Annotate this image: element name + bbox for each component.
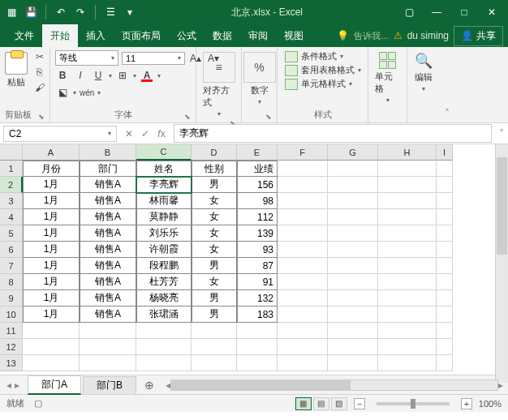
view-normal-icon[interactable]: ▦ (295, 397, 312, 410)
touch-mode-icon[interactable]: ☰ (104, 6, 117, 19)
cell[interactable]: 女 (192, 193, 237, 209)
cell[interactable] (192, 323, 237, 339)
tab-insert[interactable]: 插入 (78, 24, 114, 47)
cell[interactable]: 许朝霞 (136, 242, 192, 258)
cell[interactable] (328, 242, 378, 258)
tab-file[interactable]: 文件 (6, 24, 42, 47)
cell[interactable]: 1月 (23, 258, 80, 274)
cell[interactable] (278, 323, 328, 339)
cell[interactable] (378, 355, 437, 371)
cell[interactable]: 1月 (23, 274, 80, 290)
col-header[interactable]: G (328, 144, 378, 161)
row-header[interactable]: 6 (0, 242, 23, 258)
copy-icon[interactable]: ⎘ (32, 66, 47, 79)
cell[interactable]: 杨晓亮 (136, 290, 192, 306)
cell[interactable] (378, 323, 437, 339)
phonetic-button[interactable]: wén (80, 85, 94, 100)
conditional-format-button[interactable]: 条件格式▾ (285, 50, 361, 62)
row-header[interactable]: 7 (0, 258, 23, 274)
cell[interactable] (23, 323, 80, 339)
cell[interactable] (192, 355, 237, 371)
col-header[interactable]: C (136, 144, 192, 161)
cell[interactable]: 男 (192, 306, 237, 323)
cell[interactable] (328, 225, 378, 242)
cell[interactable]: 部门 (80, 161, 136, 177)
cell[interactable] (437, 225, 453, 242)
cell[interactable] (278, 225, 328, 242)
cell[interactable] (437, 306, 453, 323)
cell[interactable] (192, 339, 237, 355)
cell[interactable] (328, 274, 378, 290)
row-header[interactable]: 4 (0, 209, 23, 225)
cell[interactable] (328, 339, 378, 355)
cell[interactable]: 月份 (23, 161, 80, 177)
cell[interactable] (378, 339, 437, 355)
cell[interactable]: 林雨馨 (136, 193, 192, 209)
col-header[interactable]: B (80, 144, 136, 161)
fill-color-button[interactable]: ⬕ (55, 85, 70, 100)
cell[interactable] (328, 290, 378, 306)
redo-icon[interactable]: ↷ (74, 6, 87, 19)
tab-data[interactable]: 数据 (204, 24, 240, 47)
cell[interactable] (378, 242, 437, 258)
tab-review[interactable]: 审阅 (240, 24, 276, 47)
cell[interactable]: 男 (192, 177, 237, 193)
horizontal-scrollbar[interactable] (170, 379, 498, 391)
fx-icon[interactable]: fx (154, 126, 169, 141)
select-all-corner[interactable] (0, 144, 23, 161)
row-header[interactable]: 5 (0, 225, 23, 242)
expand-formula-icon[interactable]: ˅ (495, 128, 508, 139)
cell[interactable] (437, 161, 453, 177)
cell-style-button[interactable]: 单元格样式▾ (285, 78, 361, 90)
cell[interactable] (437, 177, 453, 193)
minimize-icon[interactable]: — (425, 2, 448, 22)
clipboard-expand-icon[interactable]: ⬊ (38, 113, 45, 121)
cell[interactable]: 1月 (23, 225, 80, 242)
cell[interactable] (278, 193, 328, 209)
border-button[interactable]: ⊞ (115, 68, 130, 83)
cell[interactable] (328, 323, 378, 339)
vertical-scrollbar[interactable] (495, 144, 508, 383)
cell[interactable]: 男 (192, 258, 237, 274)
cell[interactable]: 销售A (80, 258, 136, 274)
zoom-out-button[interactable]: − (354, 398, 365, 409)
cell[interactable] (278, 209, 328, 225)
col-header[interactable]: F (278, 144, 328, 161)
view-page-layout-icon[interactable]: ▤ (313, 397, 329, 410)
cell[interactable]: 女 (192, 209, 237, 225)
cell[interactable]: 段程鹏 (136, 258, 192, 274)
font-size-select[interactable]: 11▾ (122, 52, 185, 65)
cell[interactable]: 姓名 (136, 161, 192, 177)
cell[interactable]: 1月 (23, 242, 80, 258)
cell[interactable] (437, 274, 453, 290)
qat-more-icon[interactable]: ▾ (123, 6, 136, 19)
cell[interactable]: 业绩 (237, 161, 278, 177)
cell[interactable] (328, 177, 378, 193)
user-name[interactable]: du siming (407, 30, 449, 41)
cell[interactable]: 销售A (80, 209, 136, 225)
cell[interactable]: 1月 (23, 193, 80, 209)
cell[interactable] (437, 339, 453, 355)
cell[interactable]: 销售A (80, 193, 136, 209)
cell[interactable] (378, 290, 437, 306)
cell[interactable]: 132 (237, 290, 278, 306)
col-header[interactable]: H (378, 144, 437, 161)
macro-record-icon[interactable]: ▢ (34, 398, 42, 409)
tab-view[interactable]: 视图 (276, 24, 312, 47)
cell[interactable]: 87 (237, 258, 278, 274)
cell[interactable]: 156 (237, 177, 278, 193)
cell[interactable] (237, 355, 278, 371)
cell[interactable] (437, 258, 453, 274)
cell[interactable] (136, 355, 192, 371)
formula-input[interactable]: 李亮辉 (174, 124, 492, 143)
sheet-tab-a[interactable]: 部门A (28, 375, 81, 395)
cell[interactable] (378, 193, 437, 209)
cell[interactable] (378, 258, 437, 274)
cell[interactable]: 销售A (80, 177, 136, 193)
cell[interactable] (80, 323, 136, 339)
cell[interactable] (437, 355, 453, 371)
cell[interactable]: 张珺涵 (136, 306, 192, 323)
cell[interactable] (278, 258, 328, 274)
cell[interactable]: 98 (237, 193, 278, 209)
save-icon[interactable]: 💾 (24, 6, 37, 19)
